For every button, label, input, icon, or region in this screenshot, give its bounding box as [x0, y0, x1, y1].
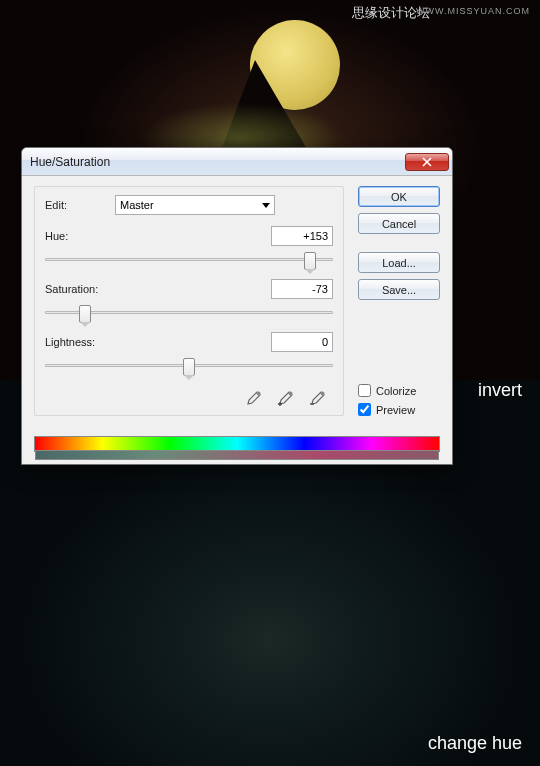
lightness-slider[interactable]	[45, 355, 333, 377]
close-button[interactable]	[405, 153, 449, 171]
dialog-title: Hue/Saturation	[30, 155, 405, 169]
hue-row: Hue: +153	[45, 226, 333, 246]
dialog-right-panel: OK Cancel Load... Save... Colorize Previ…	[358, 186, 440, 416]
edit-row: Edit: Master	[45, 195, 333, 215]
save-button[interactable]: Save...	[358, 279, 440, 300]
eyedropper-row	[45, 385, 333, 409]
svg-point-1	[289, 392, 293, 396]
saturation-input[interactable]: -73	[271, 279, 333, 299]
edit-dropdown-value: Master	[120, 199, 154, 211]
hue-spectrum-bar[interactable]	[34, 436, 440, 452]
chevron-down-icon	[262, 203, 270, 208]
eyedropper-icon[interactable]	[243, 389, 263, 409]
dialog-body: Edit: Master Hue: +153 Saturation:	[22, 176, 452, 428]
colorize-checkbox[interactable]	[358, 384, 371, 397]
saturation-slider-thumb[interactable]	[79, 305, 91, 323]
cancel-button[interactable]: Cancel	[358, 213, 440, 234]
edit-label: Edit:	[45, 199, 115, 211]
edit-fieldset: Edit: Master Hue: +153 Saturation:	[34, 186, 344, 416]
close-icon	[422, 157, 432, 167]
saturation-slider[interactable]	[45, 302, 333, 324]
hue-saturation-dialog: Hue/Saturation Edit: Master Hue: +153	[21, 147, 453, 465]
hue-input[interactable]: +153	[271, 226, 333, 246]
colorize-label: Colorize	[376, 385, 416, 397]
svg-point-0	[257, 392, 261, 396]
hue-slider-track	[45, 258, 333, 261]
lightness-row: Lightness: 0	[45, 332, 333, 352]
dialog-left-panel: Edit: Master Hue: +153 Saturation:	[34, 186, 344, 416]
preview-label: Preview	[376, 404, 415, 416]
eyedropper-plus-icon[interactable]	[275, 389, 295, 409]
ok-button[interactable]: OK	[358, 186, 440, 207]
load-button[interactable]: Load...	[358, 252, 440, 273]
edit-dropdown[interactable]: Master	[115, 195, 275, 215]
eyedropper-minus-icon[interactable]	[307, 389, 327, 409]
label-invert: invert	[478, 380, 522, 401]
label-change-hue: change hue	[428, 733, 522, 754]
lightness-input[interactable]: 0	[271, 332, 333, 352]
preview-checkbox-row[interactable]: Preview	[358, 403, 440, 416]
hue-slider[interactable]	[45, 249, 333, 271]
hue-label: Hue:	[45, 230, 129, 242]
hue-slider-thumb[interactable]	[304, 252, 316, 270]
svg-point-2	[321, 392, 325, 396]
dialog-titlebar[interactable]: Hue/Saturation	[22, 148, 452, 176]
watermark-url: WWW.MISSYUAN.COM	[416, 6, 530, 16]
saturation-row: Saturation: -73	[45, 279, 333, 299]
saturation-label: Saturation:	[45, 283, 129, 295]
colorize-checkbox-row[interactable]: Colorize	[358, 384, 440, 397]
lightness-slider-thumb[interactable]	[183, 358, 195, 376]
preview-checkbox[interactable]	[358, 403, 371, 416]
lightness-label: Lightness:	[45, 336, 129, 348]
